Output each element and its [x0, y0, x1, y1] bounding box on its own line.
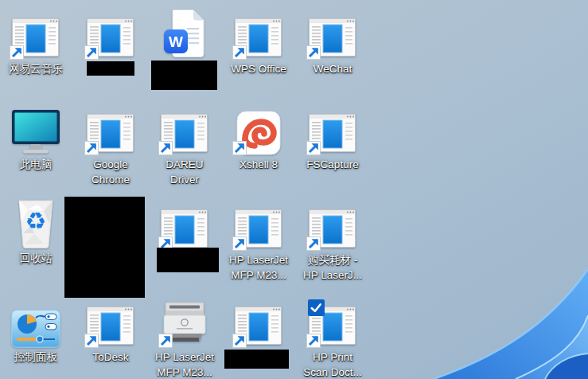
- desktop-icon-hp-print-scan-doctor[interactable]: HP Print Scan Doct...: [297, 299, 368, 379]
- icon-label: WeChat: [297, 61, 368, 76]
- shortcut-arrow-icon: [232, 45, 247, 60]
- shortcut-arrow-icon: [158, 334, 173, 348]
- desktop-wallpaper: W ♻: [0, 0, 588, 379]
- shortcut-arrow-icon: [232, 334, 247, 348]
- this-pc-monitor-icon: [10, 109, 61, 155]
- icon-label: 回收站: [0, 251, 72, 266]
- shortcut-arrow-icon: [84, 45, 99, 60]
- desktop-icon-hp-laserjet-mfp-printer[interactable]: HP LaserJet MFP M23...: [149, 299, 220, 379]
- shortcut-arrow-icon: [10, 45, 24, 60]
- desktop-icon-hp-laserjet-mfp-shortcut[interactable]: HP LaserJet MFP M23...: [223, 201, 294, 283]
- recycle-bin-icon: [14, 198, 58, 249]
- desktop-icon-wps-office[interactable]: WPS Office: [223, 10, 294, 76]
- icon-label: 网易云音乐: [0, 61, 72, 76]
- desktop-icon-google-chrome[interactable]: Google Chrome: [75, 106, 146, 187]
- desktop-icon-todesk[interactable]: ToDesk: [75, 299, 146, 365]
- desktop-icon-netease-cloud-music[interactable]: 网易云音乐: [0, 10, 72, 76]
- control-panel-icon: [11, 310, 60, 348]
- shortcut-arrow-icon: [158, 141, 173, 155]
- desktop-icon-buy-supplies-hp-laserjet[interactable]: 购买耗材 - HP LaserJ...: [297, 201, 368, 283]
- redaction-box-label-1: [87, 61, 134, 76]
- redaction-box-label-2: [151, 61, 217, 90]
- icon-label: 此电脑: [0, 157, 72, 172]
- desktop-icon-control-panel[interactable]: 控制面板: [0, 299, 72, 365]
- shortcut-arrow-icon: [232, 236, 247, 251]
- desktop-icon-redacted-app-3[interactable]: [223, 299, 294, 350]
- desktop-icon-recycle-bin[interactable]: 回收站: [0, 200, 72, 266]
- icon-label: 购买耗材 - HP LaserJ...: [297, 252, 368, 283]
- icon-label: FSCapture: [297, 157, 368, 172]
- word-document-icon: [162, 9, 208, 58]
- desktop-icon-xshell-8[interactable]: Xshell 8: [223, 106, 294, 172]
- shortcut-arrow-icon: [306, 141, 321, 155]
- icon-label: HP LaserJet MFP M23...: [223, 252, 294, 283]
- redaction-box-label-3: [157, 248, 219, 272]
- desktop-icon-this-pc[interactable]: 此电脑: [0, 106, 72, 172]
- desktop-icon-wechat[interactable]: WeChat: [297, 10, 368, 76]
- icon-label: Google Chrome: [75, 157, 146, 187]
- shortcut-arrow-icon: [232, 141, 247, 155]
- desktop-icon-redacted-app-2[interactable]: [149, 201, 220, 252]
- desktop-icon-dareu-driver[interactable]: DAREU Driver: [149, 106, 220, 187]
- icon-label: ToDesk: [75, 350, 146, 365]
- redaction-box-full-item: [64, 197, 145, 298]
- icon-label: WPS Office: [223, 61, 294, 76]
- icon-label: DAREU Driver: [149, 157, 220, 187]
- shortcut-arrow-icon: [84, 141, 99, 155]
- shortcut-arrow-icon: [306, 45, 321, 60]
- desktop-icon-redacted-app-1[interactable]: [75, 10, 146, 61]
- redaction-box-label-4: [224, 350, 289, 369]
- desktop-icon-word-document[interactable]: [149, 9, 220, 60]
- shortcut-arrow-icon: [306, 236, 321, 251]
- shortcut-arrow-icon: [306, 334, 321, 348]
- icon-label: HP Print Scan Doct...: [297, 350, 368, 379]
- icon-label: HP LaserJet MFP M23...: [149, 350, 220, 379]
- shortcut-arrow-icon: [84, 334, 99, 348]
- icon-label: 控制面板: [0, 350, 72, 365]
- selected-checkmark-icon: [308, 299, 325, 316]
- desktop-icon-fscapture[interactable]: FSCapture: [297, 106, 368, 172]
- icon-label: Xshell 8: [223, 157, 294, 172]
